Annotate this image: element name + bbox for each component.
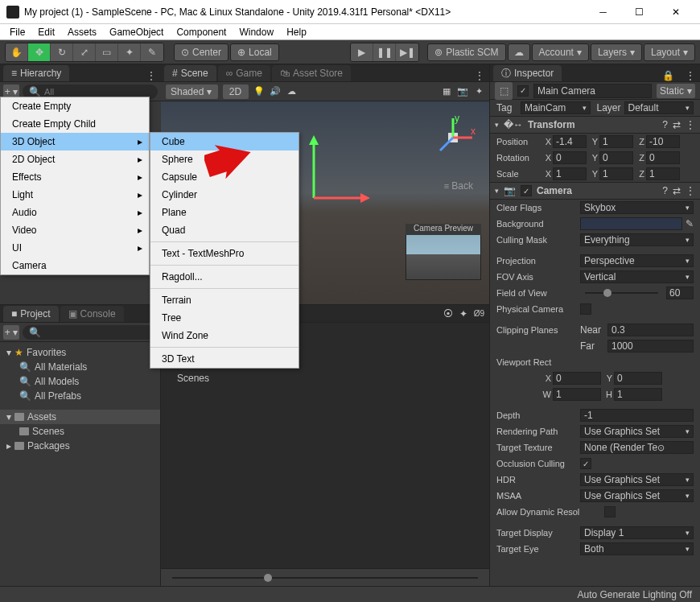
2d-toggle[interactable]: 2D — [223, 85, 249, 99]
tool-transform[interactable]: ✦ — [118, 43, 141, 61]
msaa-dropdown[interactable]: Use Graphics Set — [580, 489, 694, 502]
ctx-item-3d-text[interactable]: 3D Text — [150, 350, 299, 368]
menu-assets[interactable]: Assets — [61, 25, 103, 39]
project-hidden-icon[interactable]: Ø9 — [474, 309, 484, 318]
project-add-button[interactable]: + ▾ — [3, 325, 19, 340]
ctx-item-light[interactable]: Light▸ — [1, 186, 149, 204]
project-zoom-slider[interactable] — [172, 577, 478, 579]
ctx-item-ragdoll-[interactable]: Ragdoll... — [150, 268, 299, 286]
preset-icon[interactable]: ⇄ — [673, 119, 681, 130]
cloud-button[interactable]: ☁ — [508, 43, 530, 61]
layout-dropdown[interactable]: Layout ▾ — [644, 43, 695, 61]
help-icon[interactable]: ? — [662, 185, 668, 196]
eyedropper-icon[interactable]: ✎ — [686, 218, 694, 229]
component-options-icon[interactable]: ⋮ — [686, 185, 695, 196]
occlusion-checkbox[interactable]: ✓ — [580, 458, 591, 469]
target-display-dropdown[interactable]: Display 1 — [580, 526, 694, 539]
tab-scene[interactable]: # Scene — [164, 65, 216, 81]
tag-dropdown[interactable]: MainCam — [521, 101, 591, 114]
tool-hand[interactable]: ✋ — [6, 43, 28, 61]
camera-header[interactable]: ▾📷 ✓ Camera ? ⇄ ⋮ — [490, 182, 700, 200]
dynres-checkbox[interactable] — [604, 506, 616, 517]
fav-all-prefabs[interactable]: 🔍 All Prefabs — [0, 389, 160, 403]
scene-options-icon[interactable]: ⋮ — [470, 70, 489, 81]
project-search-input[interactable] — [44, 328, 151, 337]
move-gizmo[interactable] — [298, 134, 370, 206]
clear-flags-dropdown[interactable]: Skybox — [580, 201, 694, 214]
menu-help[interactable]: Help — [280, 25, 313, 39]
ctx-item-tree[interactable]: Tree — [150, 309, 299, 327]
minimize-button[interactable]: ─ — [585, 1, 621, 23]
fov-slider[interactable] — [585, 292, 658, 294]
play-button[interactable]: ▶ — [351, 43, 373, 61]
hdr-dropdown[interactable]: Use Graphics Set — [580, 473, 694, 486]
near-clip-field[interactable]: 0.3 — [607, 324, 694, 336]
gizmos-icon[interactable]: ✦ — [473, 86, 484, 97]
audio-icon[interactable]: 🔊 — [270, 86, 281, 97]
project-search[interactable]: 🔍 — [23, 325, 158, 340]
tool-rotate[interactable]: ↻ — [51, 43, 73, 61]
account-dropdown[interactable]: Account ▾ — [532, 43, 589, 61]
ctx-item-quad[interactable]: Quad — [150, 221, 299, 239]
ctx-item-camera[interactable]: Camera — [1, 257, 149, 274]
project-filter-icon[interactable]: ⦿ — [443, 308, 453, 320]
projection-dropdown[interactable]: Perspective — [580, 254, 694, 267]
position-z[interactable]: -10 — [646, 135, 680, 148]
position-x[interactable]: -1.4 — [553, 135, 587, 148]
viewport-w[interactable]: 1 — [553, 388, 601, 401]
culling-mask-dropdown[interactable]: Everything — [580, 233, 694, 246]
ctx-item-cylinder[interactable]: Cylinder — [150, 186, 299, 204]
tool-custom[interactable]: ✎ — [141, 43, 163, 61]
fov-field[interactable]: 60 — [666, 287, 694, 299]
grid-icon[interactable]: ▦ — [441, 86, 452, 97]
ctx-item-ui[interactable]: UI▸ — [1, 239, 149, 257]
ctx-item-video[interactable]: Video▸ — [1, 221, 149, 239]
step-button[interactable]: ▶❚ — [396, 43, 418, 61]
ctx-item-cube[interactable]: Cube — [150, 133, 299, 150]
tab-console[interactable]: ▣ Console — [60, 306, 124, 322]
gameobject-name-field[interactable]: Main Camera — [533, 84, 652, 98]
ctx-item-effects[interactable]: Effects▸ — [1, 168, 149, 186]
rotation-z[interactable]: 0 — [646, 151, 680, 164]
lighting-icon[interactable]: 💡 — [253, 86, 265, 97]
hierarchy-options-icon[interactable]: ⋮ — [142, 70, 161, 81]
pivot-center-button[interactable]: ⊙ Center — [174, 43, 229, 61]
tool-move[interactable]: ✥ — [28, 43, 51, 61]
rotation-y[interactable]: 0 — [599, 151, 633, 164]
menu-window[interactable]: Window — [233, 25, 280, 39]
ctx-item-audio[interactable]: Audio▸ — [1, 204, 149, 221]
project-label-icon[interactable]: ✦ — [459, 308, 467, 320]
help-icon[interactable]: ? — [662, 119, 668, 130]
tool-rect[interactable]: ▭ — [96, 43, 118, 61]
tab-game[interactable]: ∞ Game — [218, 65, 270, 81]
assets-header[interactable]: ▾ Assets — [0, 410, 160, 424]
hierarchy-search-input[interactable] — [44, 87, 151, 97]
shading-dropdown[interactable]: Shaded ▾ — [166, 85, 218, 99]
ctx-item-create-empty-child[interactable]: Create Empty Child — [1, 115, 149, 133]
tab-asset-store[interactable]: 🛍 Asset Store — [272, 65, 351, 81]
menu-gameobject[interactable]: GameObject — [103, 25, 170, 39]
layers-dropdown[interactable]: Layers ▾ — [591, 43, 642, 61]
camera-enabled-checkbox[interactable]: ✓ — [521, 185, 532, 196]
menu-component[interactable]: Component — [170, 25, 233, 39]
ctx-item-capsule[interactable]: Capsule — [150, 168, 299, 186]
rendering-path-dropdown[interactable]: Use Graphics Set — [580, 425, 694, 438]
physical-camera-checkbox[interactable] — [580, 303, 591, 315]
menu-edit[interactable]: Edit — [31, 25, 61, 39]
assets-scenes[interactable]: Scenes — [0, 424, 160, 439]
preset-icon[interactable]: ⇄ — [673, 185, 681, 196]
ctx-item-terrain[interactable]: Terrain — [150, 291, 299, 309]
far-clip-field[interactable]: 1000 — [607, 340, 694, 353]
fav-all-models[interactable]: 🔍 All Models — [0, 374, 160, 389]
target-eye-dropdown[interactable]: Both — [580, 542, 694, 555]
target-texture-field[interactable]: None (Render Te ⊙ — [580, 441, 694, 454]
inspector-lock-icon[interactable]: 🔒 — [657, 70, 679, 81]
fx-icon[interactable]: ☁ — [286, 86, 297, 97]
component-options-icon[interactable]: ⋮ — [686, 119, 695, 130]
ctx-item-2d-object[interactable]: 2D Object▸ — [1, 150, 149, 168]
close-button[interactable]: ✕ — [657, 1, 694, 23]
viewport-x[interactable]: 0 — [553, 372, 601, 385]
packages-header[interactable]: ▸ Packages — [0, 439, 160, 453]
menu-file[interactable]: File — [3, 25, 31, 39]
ctx-item-plane[interactable]: Plane — [150, 204, 299, 221]
